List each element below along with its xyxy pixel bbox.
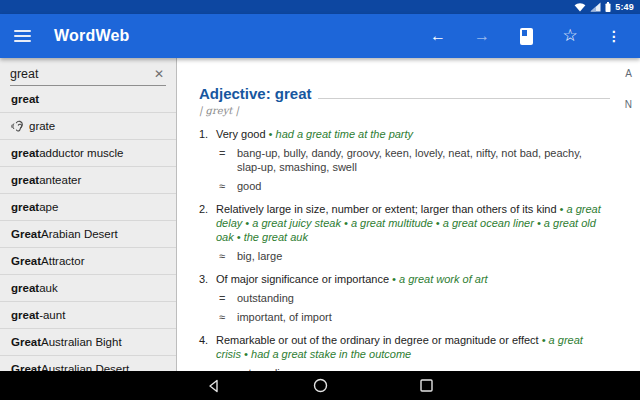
word-list-item[interactable]: great	[0, 86, 176, 113]
overflow-menu-icon[interactable]: ⋮	[602, 24, 626, 48]
definition-number: 4.	[199, 333, 216, 371]
home-circle-icon[interactable]	[313, 378, 328, 393]
synonym-marker: ≈	[216, 249, 237, 263]
definition-number: 2.	[199, 202, 216, 263]
definition-number: 3.	[199, 272, 216, 324]
synonym-row: ≈good	[216, 179, 606, 193]
definition-text: Remarkable or out of the ordinary in deg…	[216, 334, 539, 346]
back-arrow-icon[interactable]: ←	[426, 24, 450, 48]
definition-text: Very good	[216, 128, 266, 140]
word-list-item[interactable]: Great Arabian Desert	[0, 221, 176, 248]
definition-panel: A N Adjective: great | greyt | 1.Very go…	[177, 58, 640, 371]
sidebar: ✕ greatgrategreat adductor musclegreat a…	[0, 58, 177, 371]
synonym-words[interactable]: bang-up, bully, dandy, groovy, keen, lov…	[237, 146, 606, 174]
pronunciation: | greyt |	[199, 105, 640, 116]
definition-text: Relatively large in size, number or exte…	[216, 203, 557, 215]
definition-list: 1.Very good • had a great time at the pa…	[199, 127, 606, 371]
wordweb-app-screen: 5:49 WordWeb ← → ☆ ⋮ ✕ greatgrategreat a…	[0, 0, 640, 400]
app-bar-actions: ← → ☆ ⋮	[426, 24, 626, 48]
synonym-row: ≈important, of import	[216, 310, 606, 324]
pos-index-rail: A N	[618, 58, 640, 371]
app-bar: WordWeb ← → ☆ ⋮	[0, 14, 640, 58]
definition-examples: • had a great time at the party	[266, 128, 414, 140]
wifi-icon	[574, 2, 586, 12]
favorite-star-icon[interactable]: ☆	[558, 24, 582, 48]
definition-number: 1.	[199, 127, 216, 193]
word-list-item[interactable]: grate	[0, 113, 176, 140]
forward-arrow-icon[interactable]: →	[470, 24, 494, 48]
recents-square-icon[interactable]	[420, 379, 433, 392]
headword-rule	[318, 98, 610, 99]
search-row: ✕	[0, 58, 176, 86]
synonym-row: =outstanding	[216, 291, 606, 305]
definition-item: 4.Remarkable or out of the ordinary in d…	[199, 333, 606, 371]
synonym-row: =bang-up, bully, dandy, groovy, keen, lo…	[216, 146, 606, 174]
definition-item: 3.Of major significance or importance • …	[199, 272, 606, 324]
definition-item: 2.Relatively large in size, number or ex…	[199, 202, 606, 263]
definition-item: 1.Very good • had a great time at the pa…	[199, 127, 606, 193]
word-list-item[interactable]: great anteater	[0, 167, 176, 194]
synonym-words[interactable]: outstanding	[237, 291, 294, 305]
status-bar: 5:49	[0, 0, 640, 14]
bookmarks-page-icon[interactable]	[514, 28, 538, 45]
status-time: 5:49	[615, 2, 634, 12]
clear-search-icon[interactable]: ✕	[152, 67, 166, 81]
back-triangle-icon[interactable]	[207, 379, 221, 393]
headword-row: Adjective: great	[199, 85, 610, 102]
cellular-icon	[590, 2, 601, 12]
index-letter-noun[interactable]: N	[625, 99, 632, 110]
search-input[interactable]	[10, 67, 152, 81]
word-list-item[interactable]: Great Australian Desert	[0, 356, 176, 371]
word-list-item[interactable]: great adductor muscle	[0, 140, 176, 167]
word-list-item[interactable]: great ape	[0, 194, 176, 221]
index-letter-adjective[interactable]: A	[625, 68, 632, 79]
word-list-item[interactable]: Great Attractor	[0, 248, 176, 275]
synonym-marker: =	[216, 146, 237, 174]
word-list-item[interactable]: Great Australian Bight	[0, 329, 176, 356]
word-list-item[interactable]: great-aunt	[0, 302, 176, 329]
battery-icon	[605, 2, 611, 12]
app-title: WordWeb	[54, 27, 129, 45]
synonym-words[interactable]: big, large	[237, 249, 282, 263]
synonym-row: ≈big, large	[216, 249, 606, 263]
headword: Adjective: great	[199, 85, 312, 102]
word-list: greatgrategreat adductor musclegreat ant…	[0, 86, 176, 371]
synonym-words[interactable]: good	[237, 179, 261, 193]
definition-text: Of major significance or importance	[216, 273, 389, 285]
word-list-item[interactable]: great auk	[0, 275, 176, 302]
synonym-marker: ≈	[216, 179, 237, 193]
synonym-words[interactable]: important, of import	[237, 310, 332, 324]
definition-examples: • a great work of art	[389, 273, 488, 285]
hamburger-menu-icon[interactable]	[14, 30, 31, 42]
synonym-marker: ≈	[216, 310, 237, 324]
android-nav-bar	[0, 371, 640, 400]
content-area: ✕ greatgrategreat adductor musclegreat a…	[0, 58, 640, 371]
synonym-marker: =	[216, 291, 237, 305]
homophone-ear-icon	[11, 120, 24, 133]
